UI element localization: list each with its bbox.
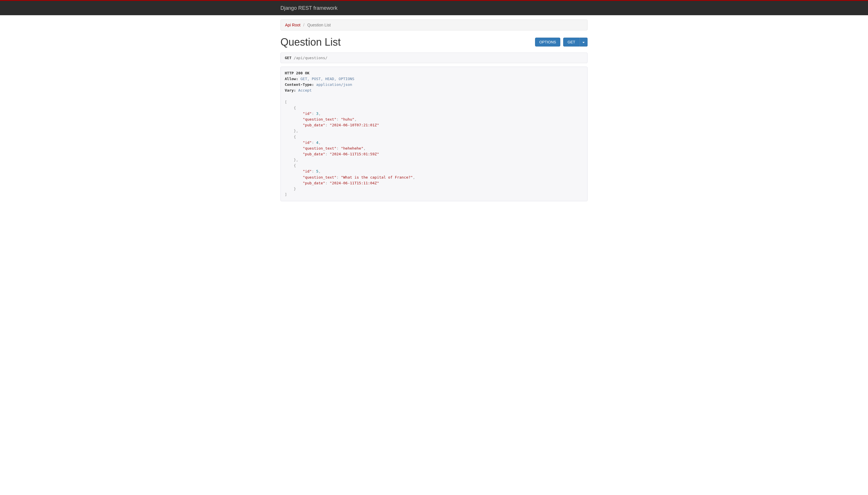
- request-method: GET: [285, 56, 291, 60]
- navbar-brand-link[interactable]: Django REST framework: [280, 5, 337, 11]
- breadcrumb: Api Root / Question List: [280, 19, 588, 31]
- header-allow-key: Allow:: [285, 76, 298, 81]
- options-button[interactable]: OPTIONS: [535, 38, 560, 47]
- request-panel: GET /api/questions/: [280, 53, 588, 63]
- get-button-group: GET: [563, 38, 588, 47]
- main-container: Api Root / Question List Question List O…: [276, 19, 592, 201]
- breadcrumb-current: Question List: [307, 23, 331, 27]
- page-title: Question List: [280, 36, 341, 48]
- get-button[interactable]: GET: [563, 38, 579, 47]
- navbar: Django REST framework: [0, 1, 868, 15]
- response-panel: HTTP 200 OK Allow: GET, POST, HEAD, OPTI…: [280, 67, 588, 201]
- breadcrumb-separator: /: [303, 23, 305, 27]
- caret-down-icon: [583, 42, 585, 43]
- header-content-type-key: Content-Type:: [285, 82, 314, 87]
- request-path: /api/questions/: [294, 56, 327, 60]
- action-buttons: OPTIONS GET: [535, 38, 588, 47]
- breadcrumb-root-link[interactable]: Api Root: [285, 23, 300, 27]
- header-allow-value: GET, POST, HEAD, OPTIONS: [300, 76, 354, 81]
- get-dropdown-button[interactable]: [579, 38, 588, 47]
- status-line: HTTP 200 OK: [285, 71, 309, 75]
- header-vary-value: Accept: [298, 88, 312, 92]
- page-header: Question List OPTIONS GET: [280, 36, 588, 48]
- header-content-type-value: application/json: [316, 82, 352, 87]
- header-vary-key: Vary:: [285, 88, 296, 92]
